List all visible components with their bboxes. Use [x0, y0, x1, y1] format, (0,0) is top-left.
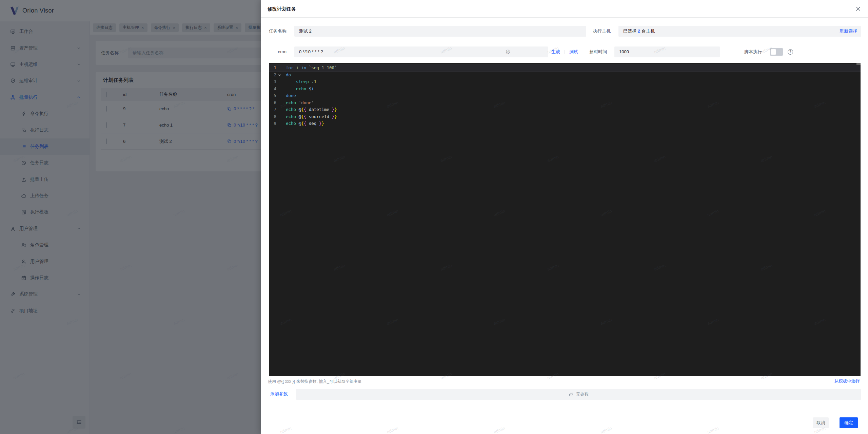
host-selected-prefix: 已选择 [623, 29, 636, 34]
param-empty-field: 无参数 [296, 389, 861, 400]
code-editor[interactable]: 1for i in `seq 1 100`2do3 sleep .14 echo… [269, 63, 861, 376]
code-text: echo @{{ datetime }} [286, 106, 337, 113]
drawer-title: 修改计划任务 [268, 0, 296, 18]
line-number: 5 [274, 92, 276, 99]
editor-gutter: 4 [269, 86, 286, 93]
host-selected-count: 2 [638, 29, 640, 34]
editor-line: 7echo @{{ datetime }} [269, 106, 861, 113]
code-text: echo 'done' [286, 99, 314, 107]
cron-actions: 生成 测试 [551, 46, 578, 57]
param-empty-text: 无参数 [576, 392, 589, 397]
divider [565, 50, 565, 54]
help-icon[interactable]: ? [788, 49, 793, 55]
add-param-link[interactable]: 添加参数 [270, 391, 288, 397]
empty-box-icon [569, 392, 574, 397]
task-name-input[interactable] [294, 26, 586, 37]
editor-line: 4 echo $i [269, 86, 861, 93]
editor-scrollbar[interactable] [856, 63, 861, 65]
exec-host-field[interactable]: 已选择2台主机 重新选择 [618, 26, 861, 37]
editor-line: 3 sleep .1 [269, 78, 861, 86]
toggle-knob [771, 49, 776, 55]
editor-gutter: 8 [269, 113, 286, 120]
code-text: echo @{{ sourceId }} [286, 113, 337, 120]
code-text: do [286, 72, 291, 79]
editor-line: 6echo 'done' [269, 99, 861, 107]
editor-gutter: 7 [269, 106, 286, 113]
fold-chevron-icon[interactable] [278, 73, 281, 77]
editor-line: 2do [269, 72, 861, 79]
line-number: 3 [274, 78, 276, 86]
edit-task-drawer: 修改计划任务 任务名称 执行主机 已选择2台主机 重新选择 cron 生成 测试… [261, 0, 868, 434]
select-from-template-link[interactable]: 从模板中选择 [834, 378, 860, 384]
script-exec-label: 脚本执行 [741, 46, 762, 57]
editor-gutter: 1 [269, 64, 286, 72]
cron-generate-link[interactable]: 生成 [551, 49, 560, 55]
exec-host-label: 执行主机 [587, 26, 611, 37]
line-number: 9 [274, 120, 276, 127]
code-text: sleep .1 [286, 78, 316, 86]
app-root: Orion Visor 工作台资产管理主机运维运维审计批量执行命令执行执行日志任… [0, 0, 868, 434]
line-number: 1 [274, 64, 276, 72]
cron-test-link[interactable]: 测试 [569, 49, 578, 55]
line-number: 2 [274, 72, 276, 79]
line-number: 4 [274, 86, 276, 93]
code-text: for i in `seq 1 100` [286, 64, 337, 72]
cron-label: cron [268, 46, 287, 57]
timeout-input[interactable] [614, 46, 720, 57]
editor-gutter: 5 [269, 92, 286, 99]
reselect-hosts-link[interactable]: 重新选择 [840, 26, 857, 37]
editor-line: 8echo @{{ sourceId }} [269, 113, 861, 120]
drawer-header: 修改计划任务 [261, 0, 868, 18]
confirm-button[interactable]: 确定 [840, 417, 858, 428]
code-text: done [286, 92, 296, 99]
editor-gutter: 3 [269, 78, 286, 86]
script-exec-toggle[interactable] [770, 48, 783, 56]
task-name-label: 任务名称 [268, 26, 287, 37]
timeout-label: 超时时间 [583, 46, 607, 57]
line-number: 8 [274, 113, 276, 120]
indent-guide [286, 78, 286, 92]
cancel-button[interactable]: 取消 [813, 417, 829, 428]
host-selected-suffix: 台主机 [642, 29, 655, 34]
code-text: echo $i [286, 86, 314, 93]
editor-gutter: 2 [269, 72, 286, 79]
drawer-footer: 取消 确定 [261, 411, 868, 434]
editor-line: 1for i in `seq 1 100` [269, 64, 861, 72]
close-icon[interactable] [855, 6, 861, 12]
editor-line: 5done [269, 92, 861, 99]
editor-gutter: 6 [269, 99, 286, 107]
line-number: 7 [274, 106, 276, 113]
editor-gutter: 9 [269, 120, 286, 127]
param-hint-text: 使用 @{{ xxx }} 来替换参数, 输入_可以获取全部变量 [268, 379, 362, 384]
timeout-unit: 秒 [506, 46, 510, 57]
editor-line: 9echo @{{ seq }} [269, 120, 861, 127]
code-text: echo @{{ seq }} [286, 120, 324, 127]
line-number: 6 [274, 99, 276, 107]
